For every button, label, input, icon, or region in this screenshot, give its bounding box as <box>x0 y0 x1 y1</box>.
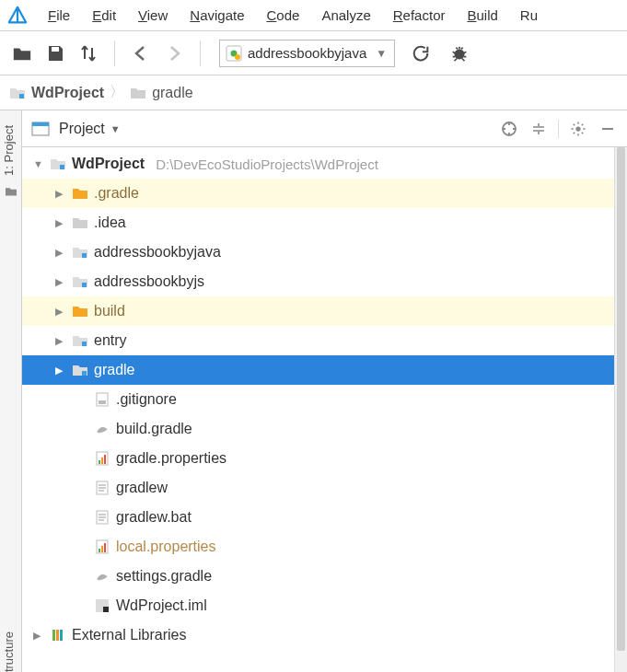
expand-icon[interactable]: ▶ <box>55 188 66 200</box>
menu-ru[interactable]: Ru <box>509 4 549 27</box>
tree-item-addressbookbyjs[interactable]: ▶addressbookbyjs <box>22 267 627 296</box>
tree-file-build-gradle[interactable]: build.gradle <box>22 414 627 444</box>
chevron-down-icon[interactable]: ▼ <box>110 123 121 134</box>
menu-analyze[interactable]: Analyze <box>310 4 381 27</box>
expand-icon[interactable]: ▶ <box>55 217 66 229</box>
tree-item-label: .idea <box>94 214 126 231</box>
reload-icon[interactable] <box>406 39 435 68</box>
work-area: 1: Project tructure Project ▼ <box>0 110 627 672</box>
debug-icon[interactable] <box>445 39 474 68</box>
tree-file--gitignore[interactable]: .gitignore <box>22 385 627 414</box>
expand-icon[interactable]: ▶ <box>33 630 44 642</box>
menu-file[interactable]: File <box>37 4 81 27</box>
nav-back-icon[interactable] <box>126 39 156 68</box>
svg-rect-12 <box>82 253 87 258</box>
svg-rect-14 <box>82 342 87 346</box>
project-tree[interactable]: ▼ WdProject D:\DevEcoStudioProjects\WdPr… <box>22 147 627 672</box>
tree-file-gradlew-bat[interactable]: gradlew.bat <box>22 503 627 532</box>
tree-file-gradle-properties[interactable]: gradle.properties <box>22 444 627 473</box>
tree-item-label: External Libraries <box>72 627 187 643</box>
file-icon <box>94 421 110 437</box>
gear-icon[interactable] <box>568 119 588 139</box>
run-config-selector[interactable]: addressbookbyjava ▼ <box>219 40 395 67</box>
folder-icon <box>72 332 88 349</box>
save-all-icon[interactable] <box>41 39 70 68</box>
svg-rect-13 <box>82 283 87 287</box>
tree-item-addressbookbyjava[interactable]: ▶addressbookbyjava <box>22 238 627 267</box>
locate-icon[interactable] <box>499 119 519 139</box>
expand-icon[interactable]: ▶ <box>55 306 66 318</box>
tree-file-gradlew[interactable]: gradlew <box>22 473 627 503</box>
tree-item-label: settings.gradle <box>116 568 212 585</box>
menu-bar: FileEditViewNavigateCodeAnalyzeRefactorB… <box>0 0 627 31</box>
tree-item-build[interactable]: ▶build <box>22 296 627 326</box>
menu-view[interactable]: View <box>127 4 179 27</box>
scrollbar-thumb[interactable] <box>617 147 625 651</box>
tree-item-gradle[interactable]: ▶.gradle <box>22 179 627 208</box>
tree-item-gradle[interactable]: ▶gradle <box>22 355 627 385</box>
expand-icon[interactable]: ▶ <box>55 276 66 288</box>
tree-item-label: .gradle <box>94 185 139 202</box>
tree-item-idea[interactable]: ▶.idea <box>22 208 627 238</box>
minimize-icon[interactable] <box>598 119 618 139</box>
breadcrumb: WdProject 〉 gradle <box>0 75 627 110</box>
tree-item-label: addressbookbyjava <box>94 244 221 261</box>
sync-icon[interactable] <box>74 39 103 68</box>
module-icon <box>9 86 26 100</box>
gutter-tab-project[interactable]: 1: Project <box>2 125 16 176</box>
libraries-icon <box>50 627 66 643</box>
tree-item-label: gradle <box>94 362 134 378</box>
panel-header: Project ▼ <box>22 110 627 147</box>
svg-point-3 <box>235 54 240 60</box>
file-icon <box>94 480 110 496</box>
svg-rect-21 <box>104 455 106 464</box>
svg-rect-19 <box>99 460 100 464</box>
panel-title[interactable]: Project <box>59 121 105 137</box>
nav-forward-icon[interactable] <box>159 39 189 68</box>
svg-rect-31 <box>56 630 59 641</box>
toolbar-separator <box>200 41 201 66</box>
scrollbar[interactable] <box>614 147 627 672</box>
run-config-label: addressbookbyjava <box>248 45 366 61</box>
tree-item-entry[interactable]: ▶entry <box>22 326 627 355</box>
expand-icon[interactable]: ▶ <box>55 335 66 347</box>
menu-navigate[interactable]: Navigate <box>179 4 255 27</box>
menu-build[interactable]: Build <box>456 4 508 27</box>
collapse-all-icon[interactable] <box>528 119 549 139</box>
tree-file-WdProject-iml[interactable]: WdProject.iml <box>22 591 627 620</box>
tree-file-settings-gradle[interactable]: settings.gradle <box>22 562 627 591</box>
gutter-tab-structure[interactable]: tructure <box>2 631 16 672</box>
tree-external-libraries[interactable]: ▶ External Libraries <box>22 620 627 650</box>
expand-icon[interactable]: ▶ <box>55 247 66 259</box>
tree-item-label: WdProject.iml <box>116 597 207 614</box>
open-icon[interactable] <box>7 39 37 68</box>
file-icon <box>94 568 110 585</box>
svg-rect-26 <box>101 546 103 552</box>
tree-root-label: WdProject <box>72 156 145 172</box>
tree-root[interactable]: ▼ WdProject D:\DevEcoStudioProjects\WdPr… <box>22 149 627 179</box>
expand-icon[interactable]: ▼ <box>33 158 44 169</box>
file-icon <box>94 597 110 614</box>
tree-item-label: gradlew <box>116 480 168 496</box>
breadcrumb-project[interactable]: WdProject <box>31 85 104 101</box>
svg-rect-7 <box>32 122 49 126</box>
expand-icon[interactable]: ▶ <box>55 365 66 377</box>
svg-rect-15 <box>82 371 87 376</box>
left-gutter: 1: Project tructure <box>0 110 22 672</box>
tree-file-local-properties[interactable]: local.properties <box>22 532 627 562</box>
svg-rect-32 <box>60 630 63 641</box>
menu-code[interactable]: Code <box>256 4 311 27</box>
menu-refactor[interactable]: Refactor <box>382 4 457 27</box>
menu-edit[interactable]: Edit <box>81 4 127 27</box>
chevron-right-icon: 〉 <box>110 83 124 102</box>
svg-rect-30 <box>52 630 55 641</box>
app-logo-icon <box>6 4 29 28</box>
toolbar: addressbookbyjava ▼ <box>0 31 627 75</box>
chevron-down-icon: ▼ <box>376 47 387 60</box>
module-icon <box>50 156 66 172</box>
svg-rect-10 <box>602 128 613 130</box>
module-icon <box>226 45 242 62</box>
breadcrumb-folder[interactable]: gradle <box>152 85 192 101</box>
svg-rect-20 <box>101 458 103 464</box>
file-icon <box>94 509 110 526</box>
